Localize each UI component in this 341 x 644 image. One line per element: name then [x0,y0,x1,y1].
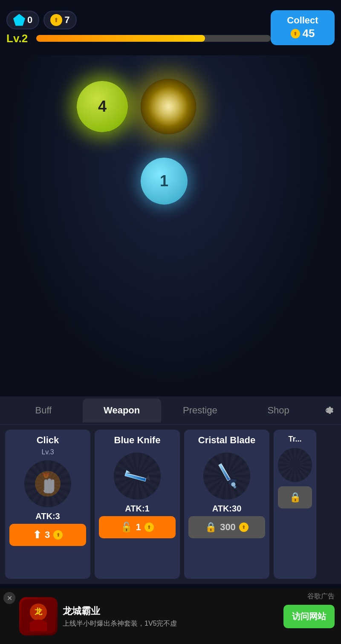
ad-logo-image: 龙 [21,599,55,633]
ad-logo: 龙 [19,597,58,635]
xp-bar-bg [36,35,271,42]
coin-icon [50,14,62,26]
ad-desc: 上线半小时爆出杀神套装，1V5完不虚 [63,619,278,628]
coin-value: 7 [64,14,69,26]
weapon-name-cristal-blade: Cristal Blade [198,435,256,446]
hud: 0 7 Lv.2 Collect ⬆ 45 [0,0,341,55]
weapon-name-blue-knife: Blue Knife [114,435,161,446]
tab-weapon[interactable]: Weapon [83,399,161,422]
svg-text:龙: 龙 [34,607,43,616]
gear-icon [321,403,336,418]
up-arrow-click: ⬆ [33,529,41,541]
collect-coin-icon: ⬆ [291,29,300,38]
weapon-atk-blue-knife: ATK:1 [125,504,149,514]
orb-green-value: 4 [98,98,107,116]
upgrade-cost-cristal-blade: 300 [220,522,236,533]
settings-button[interactable] [320,402,337,419]
weapon-card-click: Click Lv.3 ATK:3 ⬆ 3 ⬆ [5,430,90,579]
collect-amount: 45 [303,26,315,41]
ad-text: 龙城霸业 上线半小时爆出杀神套装，1V5完不虚 [63,605,278,628]
tabs: Buff Weapon Prestige Shop [0,396,341,425]
collect-button[interactable]: Collect ⬆ 45 [271,10,335,45]
weapon-lv-click: Lv.3 [41,448,54,456]
weapon-img-cristal-blade [203,453,250,500]
ad-close-button[interactable]: ✕ [3,592,15,604]
lock-icon-tr: 🔒 [289,492,301,503]
level-label: Lv.2 [6,32,32,45]
btn-coin-blue-knife: ⬆ [144,523,154,532]
btn-coin-click: ⬆ [53,530,63,540]
orb-green[interactable]: 4 [77,81,128,132]
upgrade-cost-blue-knife: 1 [136,522,141,533]
upgrade-btn-click[interactable]: ⬆ 3 ⬆ [9,524,86,546]
bottom-panel: Buff Weapon Prestige Shop Click Lv.3 [0,396,341,584]
weapon-cards: Click Lv.3 ATK:3 ⬆ 3 ⬆ [0,425,341,584]
weapon-card-blue-knife: Blue Knife [95,430,180,579]
orb-glow[interactable] [141,79,196,134]
weapon-atk-cristal-blade: ATK:30 [212,504,242,514]
weapon-name-tr: Tr... [288,435,301,444]
ad-label: 谷歌广告 [307,592,335,601]
orb-cyan-value: 1 [160,172,168,190]
ad-title: 龙城霸业 [63,605,278,618]
starburst-click [24,460,71,507]
collect-label: Collect [279,14,326,27]
starburst-tr [278,448,312,482]
diamond-icon [13,14,25,26]
weapon-img-tr [278,448,312,482]
diamond-value: 0 [27,14,32,26]
currencies: 0 7 [6,11,271,29]
orb-cyan[interactable]: 1 [141,158,188,205]
ad-visit-button[interactable]: 访问网站 [283,605,335,628]
lock-closed-icon: 🔒 [205,522,217,533]
upgrade-btn-blue-knife[interactable]: 🔓 1 ⬆ [99,516,176,538]
btn-coin-cristal-blade: ⬆ [239,523,249,532]
weapon-img-click [24,460,71,507]
level-bar-row: Lv.2 [6,32,271,45]
upgrade-cost-click: 3 [45,529,50,540]
ad-banner: ✕ 谷歌广告 龙 龙城霸业 上线半小时爆出杀神套装，1V5完不虚 访问网站 [0,589,341,644]
game-area[interactable]: 4 1 [0,55,341,396]
coin-badge: 7 [43,11,76,29]
weapon-card-tr: Tr... 🔒 [274,430,316,579]
tab-prestige[interactable]: Prestige [161,399,240,422]
weapon-name-click: Click [37,435,59,446]
hud-left: 0 7 Lv.2 [6,11,271,45]
lock-open-icon: 🔓 [121,522,132,533]
tab-buff[interactable]: Buff [4,399,83,422]
weapon-atk-click: ATK:3 [35,511,60,521]
xp-bar-fill [36,35,205,42]
upgrade-btn-cristal-blade[interactable]: 🔒 300 ⬆ [188,516,265,538]
diamond-badge: 0 [6,11,39,29]
collect-bottom: ⬆ 45 [279,26,326,41]
weapon-card-cristal-blade: Cristal Blade [184,430,269,579]
weapon-img-blue-knife [114,453,161,500]
tab-shop[interactable]: Shop [239,399,318,422]
upgrade-btn-tr[interactable]: 🔒 [278,486,312,508]
